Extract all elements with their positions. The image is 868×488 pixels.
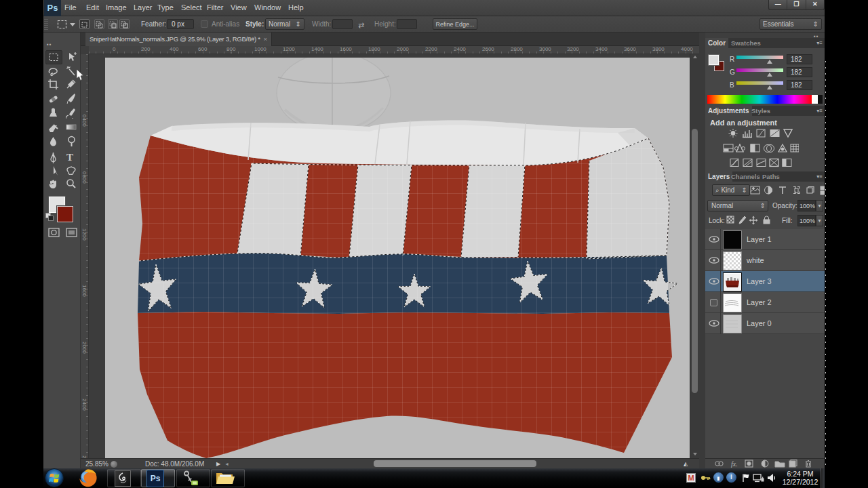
svg-text:fx.: fx. — [731, 460, 738, 468]
